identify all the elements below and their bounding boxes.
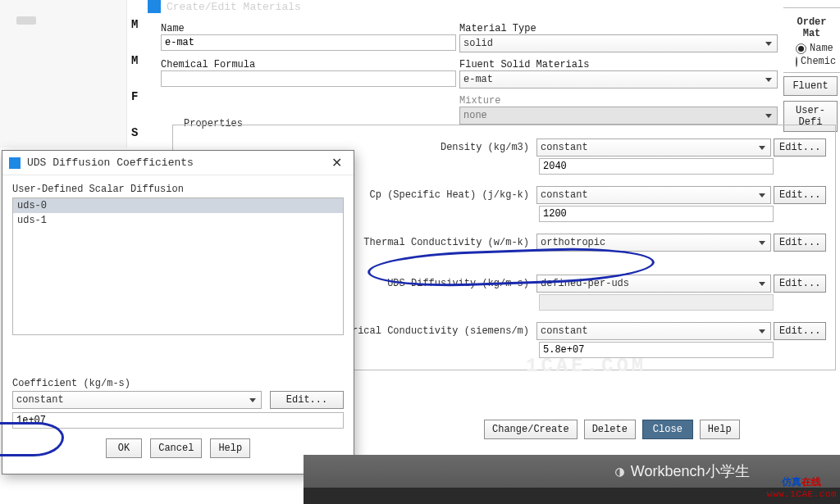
- order-title: Order Mat: [788, 16, 836, 39]
- uds-diff-edit-button[interactable]: Edit...: [774, 275, 826, 293]
- uds-list[interactable]: uds-0 uds-1: [12, 198, 344, 335]
- chevron-down-icon: [765, 114, 772, 118]
- dialog-subtitle: User-Defined Scalar Diffusion: [12, 184, 344, 195]
- dialog-app-icon: [9, 157, 21, 169]
- density-edit-button[interactable]: Edit...: [774, 138, 826, 157]
- list-item[interactable]: uds-0: [13, 198, 343, 213]
- elec-cond-method-select[interactable]: constant: [536, 322, 771, 340]
- name-input[interactable]: [161, 34, 456, 51]
- dialog-close-icon[interactable]: ✕: [326, 153, 347, 172]
- chevron-down-icon: [765, 78, 772, 82]
- footer-band: ◑ Workbench小学生: [304, 455, 840, 488]
- thermal-cond-edit-button[interactable]: Edit...: [774, 234, 826, 252]
- help-button[interactable]: Help: [700, 420, 740, 439]
- footer-dark: [304, 488, 840, 504]
- density-method-select[interactable]: constant: [536, 138, 771, 157]
- clipped-M2: M: [131, 54, 138, 67]
- delete-button[interactable]: Delete: [584, 420, 636, 439]
- coefficient-value-input[interactable]: [12, 412, 344, 429]
- radio-name[interactable]: Name: [796, 43, 836, 54]
- collapsed-handle-icon: [16, 16, 36, 25]
- cp-edit-button[interactable]: Edit...: [774, 186, 826, 204]
- footer-text: Workbench小学生: [631, 461, 750, 481]
- chevron-down-icon: [759, 282, 765, 286]
- material-type-select[interactable]: solid: [459, 34, 778, 52]
- mixture-select: none: [459, 107, 778, 125]
- name-label: Name: [161, 23, 456, 34]
- dialog-help-button[interactable]: Help: [210, 438, 250, 458]
- mixture-label: Mixture: [459, 95, 778, 107]
- dialog-ok-button[interactable]: OK: [106, 438, 142, 458]
- chevron-down-icon: [759, 241, 765, 245]
- window-title: Create/Edit Materials: [167, 1, 301, 13]
- dialog-title: UDS Diffusion Coefficients: [27, 157, 194, 169]
- clipped-M: M: [131, 18, 138, 31]
- site-badge: 仿真在线 www.1CAE.com: [767, 475, 837, 500]
- uds-coefficients-dialog: UDS Diffusion Coefficients ✕ User-Define…: [2, 150, 354, 474]
- coefficient-method-select[interactable]: constant: [12, 391, 262, 409]
- chevron-down-icon: [765, 42, 772, 46]
- list-item[interactable]: uds-1: [13, 213, 343, 228]
- chevron-down-icon: [249, 398, 256, 402]
- wechat-icon: ◑: [615, 462, 624, 480]
- watermark: 1CAE.COM: [526, 355, 646, 377]
- chem-formula-input[interactable]: [161, 70, 456, 87]
- chevron-down-icon: [759, 193, 765, 198]
- fluent-db-button[interactable]: Fluent: [783, 76, 838, 96]
- chevron-down-icon: [759, 329, 765, 334]
- coefficient-label: Coefficient (kg/m-s): [12, 378, 344, 389]
- elec-cond-edit-button[interactable]: Edit...: [774, 322, 826, 340]
- dialog-cancel-button[interactable]: Cancel: [150, 438, 202, 458]
- chevron-down-icon: [759, 146, 765, 150]
- clipped-F: F: [131, 90, 138, 103]
- material-type-label: Material Type: [459, 23, 778, 34]
- clipped-labels: M M F S: [131, 18, 138, 162]
- fluent-solid-select[interactable]: e-mat: [459, 70, 778, 89]
- radio-chem[interactable]: Chemic: [796, 56, 836, 67]
- density-value-input[interactable]: [539, 158, 774, 175]
- cp-value-input[interactable]: [539, 206, 774, 222]
- thermal-cond-method-select[interactable]: orthotropic: [536, 234, 771, 252]
- close-button[interactable]: Close: [642, 420, 693, 439]
- cp-method-select[interactable]: constant: [536, 186, 771, 204]
- change-create-button[interactable]: Change/Create: [484, 420, 578, 439]
- clipped-S: S: [131, 126, 138, 139]
- coefficient-edit-button[interactable]: Edit...: [270, 391, 344, 409]
- chem-formula-label: Chemical Formula: [161, 59, 456, 70]
- fluent-solid-label: Fluent Solid Materials: [459, 59, 778, 70]
- uds-diff-method-select[interactable]: defined-per-uds: [536, 275, 771, 293]
- app-icon: [148, 0, 161, 13]
- uds-diff-disabled-box: [539, 294, 774, 311]
